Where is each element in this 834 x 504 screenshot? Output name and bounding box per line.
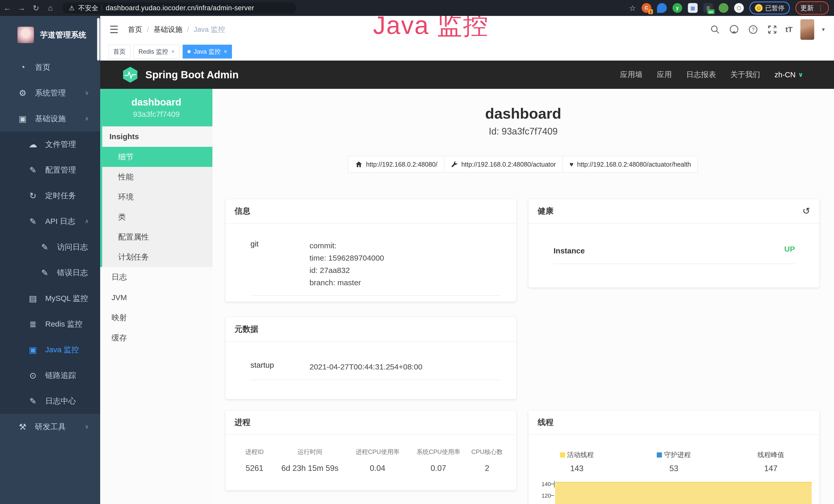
sidebar-item-log-center[interactable]: ✎ 日志中心 bbox=[0, 388, 100, 414]
card-threads: 线程 活动线程 143 bbox=[528, 410, 819, 504]
browser-home-icon[interactable]: ⌂ bbox=[43, 4, 58, 12]
sba-menu-classes[interactable]: 类 bbox=[102, 207, 213, 227]
user-avatar[interactable] bbox=[800, 19, 814, 40]
display-icon: ▣ bbox=[27, 345, 39, 355]
sba-menu-caches[interactable]: 缓存 bbox=[100, 328, 213, 348]
breadcrumb-infra[interactable]: 基础设施 bbox=[154, 25, 182, 35]
tab-home[interactable]: 首页 bbox=[108, 45, 130, 59]
sba-insights-label: Insights bbox=[102, 126, 213, 147]
card-info-title: 信息 bbox=[235, 206, 250, 216]
address-bar[interactable]: ⚠ 不安全 dashboard.yudao.iocoder.cn/infra/a… bbox=[62, 2, 297, 14]
sba-header: Spring Boot Admin 应用墙 应用 日志报表 关于我们 zh-CN… bbox=[100, 61, 834, 89]
sba-sidebar: dashboard 93a3fc7f7409 Insights 细节 性能 环境… bbox=[100, 89, 213, 504]
tab-java-monitor[interactable]: Java 监控 × bbox=[183, 45, 232, 59]
info-key: git bbox=[250, 239, 309, 289]
brand-logo-avatar bbox=[18, 27, 34, 43]
extension-icon-leaf[interactable] bbox=[719, 3, 728, 13]
sidebar-item-home[interactable]: ◔ 首页 bbox=[0, 54, 100, 80]
fullscreen-icon[interactable] bbox=[766, 24, 778, 35]
extension-icon-y[interactable]: y bbox=[673, 3, 682, 13]
close-icon[interactable]: × bbox=[171, 48, 175, 55]
sba-nav-about[interactable]: 关于我们 bbox=[730, 70, 760, 80]
tab-redis-monitor[interactable]: Redis 监控 × bbox=[134, 45, 179, 59]
sba-nav-applications[interactable]: 应用 bbox=[657, 70, 672, 80]
sba-menu-details[interactable]: 细节 bbox=[102, 147, 213, 167]
history-icon[interactable]: ↺ bbox=[803, 206, 810, 216]
sidebar-item-label: API 日志 bbox=[45, 216, 75, 227]
close-icon[interactable]: × bbox=[224, 48, 227, 55]
service-url-link[interactable]: http://192.168.0.2:48080/ bbox=[348, 156, 444, 173]
timer-icon: ↻ bbox=[27, 191, 39, 201]
sidebar-scrollbar-thumb[interactable] bbox=[97, 18, 100, 61]
sidebar-item-error-logs[interactable]: ✎ 错误日志 bbox=[0, 260, 100, 285]
sidebar-item-redis-monitor[interactable]: ≣ Redis 监控 bbox=[0, 311, 100, 337]
breadcrumb-home[interactable]: 首页 bbox=[128, 25, 142, 35]
sba-menu-config-props[interactable]: 配置属性 bbox=[102, 227, 213, 247]
legend-daemon-threads: 守护进程 53 bbox=[626, 450, 723, 473]
sba-nav-journal[interactable]: 日志报表 bbox=[686, 70, 716, 80]
sba-language-value: zh-CN bbox=[774, 71, 795, 79]
tools-icon: ⚒ bbox=[17, 422, 28, 432]
sidebar-item-dev-tools[interactable]: ⚒ 研发工具 ∨ bbox=[0, 414, 100, 439]
extension-icon-list[interactable]: ≣ on bbox=[703, 3, 713, 13]
sidebar-item-tracing[interactable]: ⊙ 链路追踪 bbox=[0, 363, 100, 388]
legend-peak-threads: 线程峰值 147 bbox=[722, 450, 819, 473]
sba-instance-header[interactable]: dashboard 93a3fc7f7409 bbox=[100, 89, 213, 126]
actuator-url-link[interactable]: http://192.168.0.2:48080/actuator bbox=[444, 156, 563, 173]
chevron-up-icon: ∧ bbox=[85, 115, 89, 122]
legend-label: 守护进程 bbox=[664, 450, 691, 459]
font-size-icon[interactable]: tT bbox=[786, 25, 793, 34]
url-text: dashboard.yudao.iocoder.cn/infra/admin-s… bbox=[106, 4, 254, 12]
help-icon[interactable]: ? bbox=[747, 24, 759, 35]
sidebar-item-file-manage[interactable]: ☁ 文件管理 bbox=[0, 132, 100, 157]
sidebar-item-mysql-monitor[interactable]: ▤ MySQL 监控 bbox=[0, 285, 100, 311]
info-value: commit: time: 1596289704000 id: 27aa832 … bbox=[309, 239, 501, 289]
sidebar-item-infra[interactable]: ▣ 基础设施 ∧ bbox=[0, 106, 100, 132]
sidebar-item-scheduled-jobs[interactable]: ↻ 定时任务 bbox=[0, 183, 100, 208]
sba-menu-jvm[interactable]: JVM bbox=[100, 287, 213, 307]
process-header: 进程ID bbox=[236, 448, 273, 456]
browser-forward-icon[interactable]: → bbox=[14, 4, 29, 12]
process-value: 0.07 bbox=[409, 464, 468, 473]
health-instance-row: Instance UP bbox=[553, 238, 795, 264]
sidebar-item-system[interactable]: ⚙ 系统管理 ∨ bbox=[0, 80, 100, 106]
sba-menu-logs[interactable]: 日志 bbox=[100, 267, 213, 287]
sidebar-item-api-logs[interactable]: ✎ API 日志 ∧ bbox=[0, 208, 100, 234]
sba-language-select[interactable]: zh-CN ∨ bbox=[774, 71, 803, 79]
sidebar-item-java-monitor[interactable]: ▣ Java 监控 bbox=[0, 337, 100, 363]
layers-icon: ≣ bbox=[27, 319, 39, 329]
svg-text:?: ? bbox=[751, 27, 754, 32]
kebab-menu-icon[interactable]: ⋮ bbox=[817, 4, 824, 12]
sba-menu-scheduled-tasks[interactable]: 计划任务 bbox=[102, 247, 213, 267]
extension-puzzle-icon[interactable]: ⬡ bbox=[734, 3, 744, 13]
extension-icon-orange[interactable]: C 1 bbox=[642, 3, 651, 13]
sba-menu-metrics[interactable]: 性能 bbox=[102, 167, 213, 187]
extension-icon-grid[interactable]: ▦ bbox=[688, 3, 698, 13]
log-edit-icon: ✎ bbox=[27, 396, 39, 406]
sidebar-item-label: 研发工具 bbox=[35, 421, 66, 432]
log-edit-icon: ✎ bbox=[27, 216, 39, 226]
search-icon[interactable] bbox=[709, 24, 721, 35]
legend-swatch-daemon bbox=[657, 452, 662, 458]
health-url-link[interactable]: ♥ http://192.168.0.2:48080/actuator/heal… bbox=[563, 156, 698, 173]
sba-menu-environment[interactable]: 环境 bbox=[102, 187, 213, 207]
bookmark-star-icon[interactable]: ☆ bbox=[629, 4, 636, 13]
sba-nav-wallboard[interactable]: 应用墙 bbox=[620, 70, 642, 80]
info-git-row: git commit: time: 1596289704000 id: 27aa… bbox=[250, 233, 501, 296]
sba-menu-mappings[interactable]: 映射 bbox=[100, 307, 213, 328]
paused-chip[interactable]: ☺ 已暂停 bbox=[749, 2, 790, 15]
user-caret-icon[interactable]: ▾ bbox=[822, 26, 825, 33]
hamburger-icon[interactable]: ☰ bbox=[109, 24, 119, 36]
chrome-update-button[interactable]: 更新 ⋮ bbox=[795, 1, 829, 15]
browser-reload-icon[interactable]: ↻ bbox=[29, 4, 43, 13]
tab-label: 首页 bbox=[113, 47, 126, 56]
sba-instance-name: dashboard bbox=[131, 97, 181, 108]
sidebar-item-access-logs[interactable]: ✎ 访问日志 bbox=[0, 234, 100, 260]
sidebar-item-config-manage[interactable]: ✎ 配置管理 bbox=[0, 157, 100, 183]
github-icon[interactable] bbox=[728, 24, 740, 35]
extension-icon-pin[interactable] bbox=[657, 3, 667, 13]
sidebar-item-label: 基础设施 bbox=[35, 113, 66, 124]
browser-back-icon[interactable]: ← bbox=[0, 4, 14, 12]
sba-logo-icon bbox=[122, 66, 139, 83]
legend-swatch-live bbox=[560, 452, 565, 458]
